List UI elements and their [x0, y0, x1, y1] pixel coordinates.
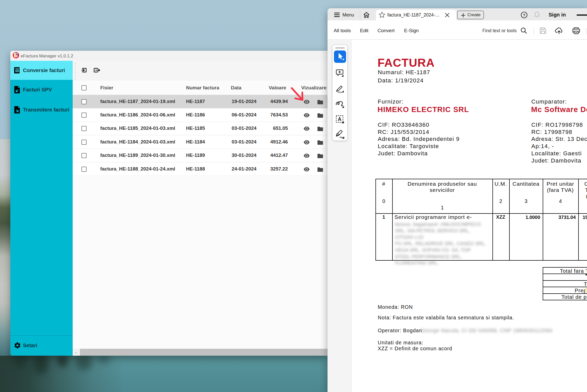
- svg-text:?: ?: [523, 13, 525, 17]
